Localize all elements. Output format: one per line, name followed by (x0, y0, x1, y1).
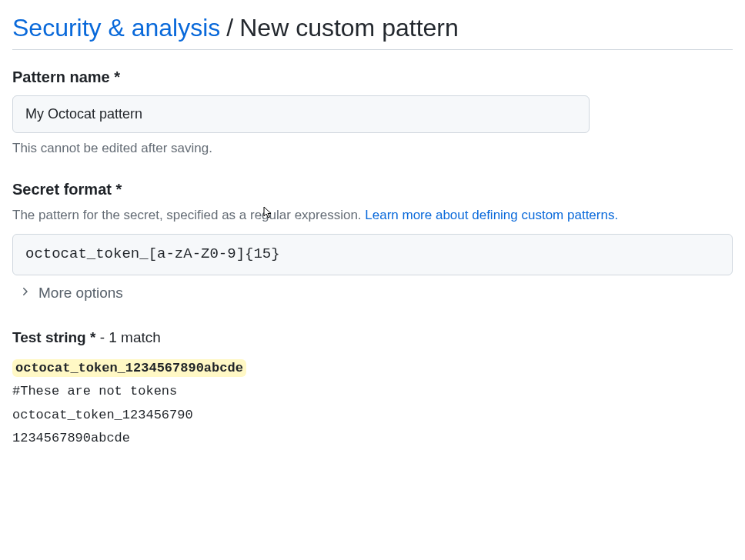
breadcrumb-separator: / (226, 12, 233, 43)
secret-format-description: The pattern for the secret, specified as… (12, 208, 733, 223)
test-string-label-bold: Test string * (12, 329, 95, 345)
pattern-name-group: Pattern name * This cannot be edited aft… (12, 68, 733, 156)
test-line: octocat_token_123456790 (12, 404, 733, 428)
page-header: Security & analysis / New custom pattern (12, 12, 733, 50)
breadcrumb-parent-link[interactable]: Security & analysis (12, 12, 220, 43)
test-line: octocat_token_1234567890abcde (12, 357, 733, 381)
secret-format-desc-text: The pattern for the secret, specified as… (12, 208, 365, 222)
pattern-name-help: This cannot be edited after saving. (12, 141, 733, 156)
breadcrumb: Security & analysis / New custom pattern (12, 12, 733, 43)
chevron-right-icon (18, 285, 31, 302)
test-string-group: Test string * - 1 match octocat_token_12… (12, 329, 733, 451)
more-options-label: More options (38, 285, 123, 302)
secret-format-label: Secret format * (12, 181, 733, 198)
test-string-match-count: - 1 match (95, 329, 160, 345)
secret-format-group: Secret format * The pattern for the secr… (12, 181, 733, 305)
pattern-name-label: Pattern name * (12, 68, 733, 86)
test-line-match: octocat_token_1234567890abcde (12, 359, 246, 377)
test-line: 1234567890abcde (12, 427, 733, 451)
secret-format-input[interactable] (12, 234, 733, 275)
learn-more-link[interactable]: Learn more about defining custom pattern… (365, 208, 618, 222)
test-string-label: Test string * - 1 match (12, 329, 733, 346)
breadcrumb-current: New custom pattern (239, 12, 459, 43)
pattern-name-input[interactable] (12, 95, 590, 133)
more-options-toggle[interactable]: More options (18, 282, 123, 305)
test-string-area[interactable]: octocat_token_1234567890abcde#These are … (12, 357, 733, 451)
test-line: #These are not tokens (12, 380, 733, 404)
